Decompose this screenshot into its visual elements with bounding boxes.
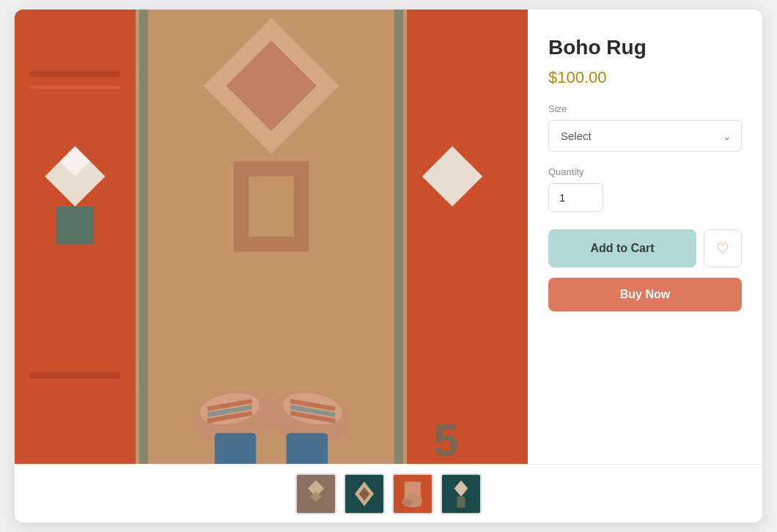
product-image-container: 5 xyxy=(15,10,528,464)
size-label: Size xyxy=(548,103,742,114)
thumbnail-2[interactable] xyxy=(344,473,385,514)
thumbnails-bar xyxy=(15,464,762,522)
add-to-cart-button[interactable]: Add to Cart xyxy=(548,229,696,267)
product-price: $100.00 xyxy=(548,68,742,87)
main-area: 5 Boho Rug $100.00 Size Select Small Med… xyxy=(15,10,762,464)
svg-rect-28 xyxy=(287,433,328,464)
svg-rect-10 xyxy=(30,372,121,378)
svg-rect-9 xyxy=(30,86,121,89)
svg-rect-2 xyxy=(407,10,528,464)
svg-text:5: 5 xyxy=(433,415,458,464)
product-panel: Boho Rug $100.00 Size Select Small Mediu… xyxy=(528,10,762,464)
svg-rect-7 xyxy=(248,177,294,237)
wishlist-button[interactable]: ♡ xyxy=(704,229,742,267)
svg-rect-15 xyxy=(139,10,148,464)
heart-icon: ♡ xyxy=(716,240,729,257)
product-title: Boho Rug xyxy=(548,36,742,59)
svg-point-39 xyxy=(402,498,413,505)
action-buttons: Add to Cart ♡ xyxy=(548,229,742,267)
thumbnail-4[interactable] xyxy=(441,473,482,514)
rug-image: 5 xyxy=(15,10,528,464)
svg-rect-16 xyxy=(394,10,403,464)
thumbnail-1[interactable] xyxy=(295,473,336,514)
size-select-wrapper: Select Small Medium Large Extra Large ⌄ xyxy=(548,120,742,152)
svg-rect-42 xyxy=(457,496,465,507)
product-card: 5 Boho Rug $100.00 Size Select Small Med… xyxy=(15,10,762,522)
svg-rect-27 xyxy=(215,433,257,464)
quantity-label: Quantity xyxy=(548,166,742,177)
size-select[interactable]: Select Small Medium Large Extra Large xyxy=(548,120,742,152)
thumbnail-3[interactable] xyxy=(392,473,433,514)
quantity-input[interactable] xyxy=(548,183,603,212)
svg-rect-8 xyxy=(30,71,121,77)
buy-now-button[interactable]: Buy Now xyxy=(548,278,742,311)
svg-rect-13 xyxy=(56,207,94,244)
